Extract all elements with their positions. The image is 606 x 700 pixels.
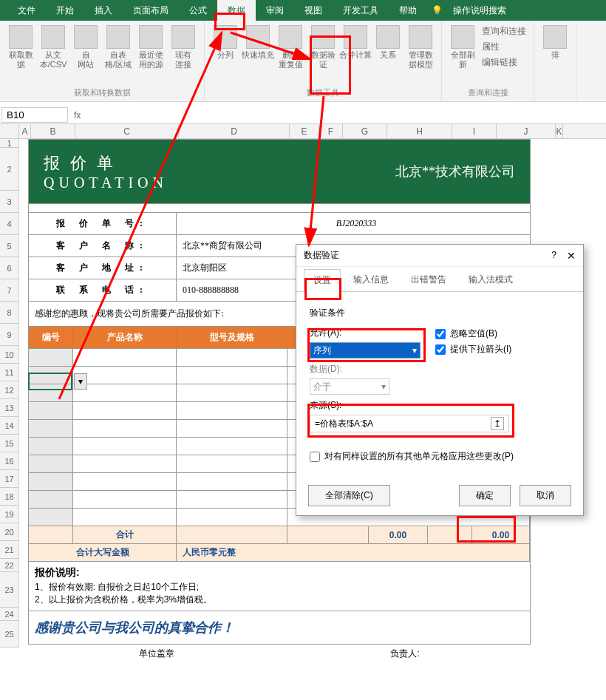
row-header[interactable]: 6 [0, 257, 19, 279]
ribbon-button[interactable]: 现有连接 [167, 24, 200, 86]
dropdown-checkbox[interactable] [435, 344, 446, 355]
row-header[interactable]: 23 [0, 572, 19, 608]
cell-dropdown-button[interactable]: ▾ [74, 373, 87, 390]
row-header[interactable]: 20 [0, 523, 19, 541]
row-header[interactable]: 4 [0, 213, 19, 235]
ribbon-button[interactable]: 数据验证 [307, 24, 339, 86]
column-headers: ABCDEFGHIJK [0, 124, 606, 139]
row-header[interactable]: 21 [0, 541, 19, 559]
tab-data[interactable]: 数据 [217, 0, 256, 21]
row-header[interactable]: 17 [0, 470, 19, 488]
ribbon-button[interactable]: 获取数据 [4, 24, 37, 86]
range-picker-icon[interactable]: ↥ [491, 417, 504, 430]
ribbon-button[interactable]: 合并计算 [339, 24, 372, 86]
ribbon-button[interactable]: 关系 [372, 24, 404, 86]
row-header[interactable]: 16 [0, 452, 19, 470]
ribbon-button[interactable]: 快速填充 [242, 24, 274, 86]
tab-formula[interactable]: 公式 [179, 0, 217, 21]
dlg-tab-settings[interactable]: 设置 [304, 269, 341, 292]
close-icon[interactable]: ✕ [567, 250, 576, 262]
row-header[interactable]: 15 [0, 435, 19, 452]
row-header[interactable]: 9 [0, 324, 19, 346]
menu-tabs: 文件 开始 插入 页面布局 公式 数据 审阅 视图 开发工具 帮助 💡 操作说明… [0, 0, 606, 21]
ribbon-button[interactable]: 分列 [209, 24, 242, 86]
active-cell[interactable] [28, 373, 72, 390]
row-header[interactable]: 24 [0, 608, 19, 621]
cond-label: 验证条件 [310, 307, 570, 319]
col-header[interactable]: I [452, 124, 497, 138]
formula-input[interactable] [86, 108, 606, 122]
col-header[interactable]: G [343, 124, 387, 138]
row-header[interactable]: 7 [0, 279, 19, 302]
ribbon-button[interactable]: 从文本/CSV [37, 24, 69, 86]
select-all-corner[interactable] [0, 124, 19, 138]
group-title: 获取和转换数据 [74, 86, 131, 100]
row-header[interactable]: 1 [0, 139, 19, 148]
col-header[interactable]: K [556, 124, 563, 138]
row-header[interactable]: 2 [0, 148, 19, 191]
row-header[interactable]: 11 [0, 364, 19, 381]
dropdown-check[interactable]: 提供下拉箭头(I) [435, 343, 511, 356]
apply-all-check[interactable]: 对有同样设置的所有其他单元格应用这些更改(P) [310, 450, 570, 463]
col-header[interactable]: F [319, 124, 343, 138]
ribbon-small-link[interactable]: 编辑链接 [479, 55, 529, 70]
dlg-tab-error[interactable]: 出错警告 [401, 268, 456, 291]
ribbon-button[interactable]: 最近使用的源 [135, 24, 167, 86]
tab-home[interactable]: 开始 [46, 0, 84, 21]
dlg-tab-ime[interactable]: 输入法模式 [459, 268, 522, 291]
tab-review[interactable]: 审阅 [256, 0, 294, 21]
col-header[interactable]: C [75, 124, 179, 138]
tell-me[interactable]: 操作说明搜索 [443, 0, 517, 21]
help-icon[interactable]: ? [551, 250, 556, 262]
ribbon-button[interactable]: 自表格/区域 [102, 24, 135, 86]
dlg-tab-input[interactable]: 输入信息 [344, 268, 398, 291]
ok-button[interactable]: 确定 [459, 485, 511, 506]
row-header[interactable]: 12 [0, 381, 19, 399]
tab-help[interactable]: 帮助 [389, 0, 427, 21]
row-header[interactable]: 5 [0, 235, 19, 257]
tab-view[interactable]: 视图 [294, 0, 333, 21]
source-input[interactable]: =价格表!$A:$A ↥ [310, 415, 509, 432]
allow-select[interactable]: 序列▾ [310, 342, 421, 359]
ribbon-icon [311, 25, 335, 49]
clear-all-button[interactable]: 全部清除(C) [308, 485, 390, 506]
ribbon-small-query[interactable]: 查询和连接 [479, 24, 529, 39]
footer-person: 负责人: [390, 648, 419, 660]
tab-layout[interactable]: 页面布局 [123, 0, 179, 21]
banner-title-en: QUOTATION [44, 174, 168, 191]
ribbon-button-sort[interactable]: 排 [539, 24, 571, 100]
row-header[interactable]: 3 [0, 191, 19, 213]
tab-file[interactable]: 文件 [7, 0, 46, 21]
col-header[interactable]: H [387, 124, 452, 138]
ribbon-button[interactable]: 自网站 [69, 24, 102, 86]
col-header[interactable]: J [497, 124, 556, 138]
col-header[interactable]: A [19, 124, 31, 138]
tab-dev[interactable]: 开发工具 [333, 0, 389, 21]
name-box[interactable] [1, 107, 68, 123]
apply-all-checkbox[interactable] [310, 452, 320, 462]
ignore-blank-check[interactable]: 忽略空值(B) [435, 327, 511, 340]
row-header[interactable]: 8 [0, 302, 19, 324]
fx-icon[interactable]: fx [68, 110, 86, 120]
row-header[interactable]: 18 [0, 488, 19, 506]
ribbon-icon [171, 25, 195, 49]
col-header[interactable]: D [179, 124, 290, 138]
ribbon-button[interactable]: 管理数据模型 [404, 24, 437, 86]
row-header[interactable]: 22 [0, 559, 19, 572]
tab-insert[interactable]: 插入 [84, 0, 123, 21]
ribbon-button[interactable]: 删除重复值 [274, 24, 307, 86]
ribbon-small-prop[interactable]: 属性 [479, 39, 529, 55]
ribbon-icon [344, 25, 367, 49]
col-header[interactable]: B [31, 124, 75, 138]
ribbon-icon [214, 25, 237, 49]
row-header[interactable]: 19 [0, 506, 19, 523]
ribbon-button-refresh[interactable]: 全部刷 新 [446, 24, 479, 86]
row-header[interactable]: 25 [0, 621, 19, 648]
row-header[interactable]: 14 [0, 417, 19, 435]
cancel-button[interactable]: 取消 [520, 485, 571, 506]
row-header[interactable]: 13 [0, 399, 19, 417]
ignore-blank-checkbox[interactable] [435, 329, 446, 339]
col-header[interactable]: E [290, 124, 319, 138]
row-header[interactable]: 10 [0, 346, 19, 364]
thanks-line: 感谢贵公司与我公司的真挚合作！ [28, 611, 531, 645]
